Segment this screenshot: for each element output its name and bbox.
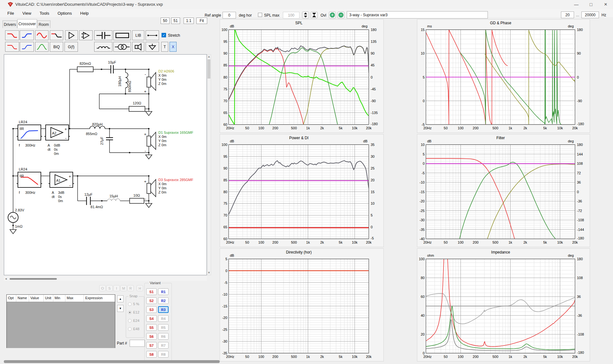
variant-r3[interactable]: R3 bbox=[158, 306, 169, 313]
freq-max-input[interactable]: 20000 bbox=[581, 11, 599, 18]
variant-s5[interactable]: S5 bbox=[146, 324, 157, 331]
spinner-button[interactable] bbox=[302, 11, 309, 19]
biquad-button[interactable]: BiQ bbox=[50, 42, 63, 52]
variant-r5[interactable]: R5 bbox=[158, 324, 169, 331]
opamp-button[interactable] bbox=[79, 30, 93, 40]
ground-button[interactable] bbox=[146, 42, 159, 52]
variant-r7[interactable]: R7 bbox=[158, 342, 169, 349]
lowpass-block-button[interactable] bbox=[5, 30, 19, 40]
capacitor-button[interactable] bbox=[94, 30, 112, 40]
library-button[interactable]: LIB bbox=[132, 30, 144, 40]
opt-button-i[interactable]: I bbox=[113, 285, 120, 291]
menu-tools[interactable]: Tools bbox=[35, 10, 53, 17]
zoom-1to1-button[interactable]: 1:1 bbox=[184, 18, 194, 24]
stretch-checkbox[interactable]: ✓ bbox=[162, 33, 166, 37]
label-l-15uh: 15µH bbox=[110, 194, 118, 198]
variant-r1[interactable]: R1 bbox=[158, 288, 169, 295]
zoom-fit-button[interactable]: Fit bbox=[196, 18, 207, 24]
snap-option-5[interactable]: 5 % bbox=[128, 302, 139, 306]
shelf-block-button[interactable] bbox=[50, 30, 63, 40]
wire-button[interactable] bbox=[146, 30, 159, 40]
bandpass-filter-button[interactable] bbox=[35, 42, 49, 52]
minimize-button[interactable]: — bbox=[569, 0, 584, 9]
text-tool-button[interactable]: T bbox=[161, 42, 168, 52]
variant-s8[interactable]: S8 bbox=[146, 351, 157, 358]
variant-r8[interactable]: R8 bbox=[158, 351, 169, 358]
vscroll-thumb[interactable] bbox=[208, 59, 210, 79]
tab-room[interactable]: Room bbox=[37, 20, 50, 28]
svg-text:-30: -30 bbox=[420, 218, 425, 222]
variant-s6[interactable]: S6 bbox=[146, 333, 157, 340]
menu-file[interactable]: File bbox=[3, 10, 18, 17]
snap-option-E12[interactable]: E12 bbox=[128, 310, 140, 314]
variant-r4[interactable]: R4 bbox=[158, 315, 169, 322]
variant-s2[interactable]: S2 bbox=[146, 297, 157, 304]
title-bar[interactable]: VituixCAD: C:\Users\rober\Documents\Vitu… bbox=[0, 0, 613, 9]
schematic-canvas[interactable]: 820mΩ 10µF 180µH 850mΩ 120Ω - + D2 H2606… bbox=[4, 54, 207, 275]
menu-options[interactable]: Options bbox=[53, 10, 76, 17]
highpass-block-button[interactable] bbox=[20, 30, 34, 40]
lowpass-filter-button[interactable] bbox=[5, 42, 19, 52]
svg-text:108: 108 bbox=[577, 162, 583, 165]
zoom-51-button[interactable]: 51 bbox=[171, 18, 180, 24]
fit-vertical-button[interactable] bbox=[311, 11, 318, 19]
hscroll-thumb[interactable] bbox=[10, 278, 57, 280]
speaker-button[interactable] bbox=[132, 42, 144, 52]
svg-text:2k: 2k bbox=[320, 240, 324, 244]
opt-button-m[interactable]: M bbox=[120, 285, 127, 291]
variant-s3[interactable]: S3 bbox=[146, 306, 157, 313]
d2-minus: - bbox=[145, 72, 146, 77]
snap-option-E24[interactable]: E24 bbox=[128, 319, 140, 322]
menu-view[interactable]: View bbox=[18, 10, 35, 17]
move-up-button[interactable]: ▲ bbox=[117, 295, 124, 302]
opt-button-h[interactable]: H bbox=[137, 285, 143, 291]
overlay-remove-button[interactable]: − bbox=[337, 11, 344, 19]
variant-name-input[interactable]: 3-way - Supravox var3 bbox=[347, 11, 488, 19]
delete-tool-button[interactable]: X bbox=[170, 42, 177, 52]
inductor-button[interactable] bbox=[94, 42, 112, 52]
svg-text:0: 0 bbox=[577, 190, 579, 194]
svg-text:500: 500 bbox=[492, 126, 498, 130]
svg-text:ms: ms bbox=[427, 24, 432, 28]
spl-max-checkbox[interactable] bbox=[258, 13, 262, 17]
highpass-filter-button[interactable] bbox=[20, 42, 34, 52]
opt-button-r[interactable]: R bbox=[127, 285, 134, 291]
svg-text:20Hz: 20Hz bbox=[423, 355, 432, 359]
svg-text:20: 20 bbox=[421, 332, 425, 336]
label-r-120: 120Ω bbox=[133, 101, 141, 105]
buffer-button[interactable] bbox=[65, 30, 78, 40]
variant-r6[interactable]: R6 bbox=[158, 333, 169, 340]
opt-button-o[interactable]: O bbox=[99, 285, 106, 291]
variant-s1[interactable]: S1 bbox=[146, 288, 157, 295]
parameter-table[interactable]: OptNameValueUnitMinMaxExpression bbox=[6, 294, 115, 348]
part-number-input[interactable] bbox=[130, 340, 145, 347]
overlay-add-button[interactable]: + bbox=[329, 11, 336, 19]
vscroll-down-icon[interactable]: ▼ bbox=[208, 271, 210, 274]
bandpass-block-button[interactable] bbox=[35, 30, 49, 40]
svg-text:20k: 20k bbox=[572, 240, 578, 244]
tab-crossover[interactable]: Crossover bbox=[17, 19, 37, 28]
spl-max-input[interactable]: 100 bbox=[283, 12, 299, 19]
inductor-icon bbox=[96, 44, 111, 49]
vscroll-up-icon[interactable]: ▲ bbox=[208, 55, 210, 58]
parameter-table-body[interactable] bbox=[7, 302, 115, 348]
variant-r2[interactable]: R2 bbox=[158, 297, 169, 304]
snap-option-E48[interactable]: E48 bbox=[128, 327, 140, 331]
opt-button-s[interactable]: S bbox=[106, 285, 113, 291]
variant-s7[interactable]: S7 bbox=[146, 342, 157, 349]
variant-s4[interactable]: S4 bbox=[146, 315, 157, 322]
maximize-button[interactable]: □ bbox=[584, 0, 598, 9]
resistor-button[interactable] bbox=[113, 30, 131, 40]
transfer-function-button[interactable]: G(f) bbox=[64, 42, 78, 52]
hscroll-left-icon[interactable]: ◄ bbox=[4, 277, 7, 280]
svg-text:10k: 10k bbox=[557, 355, 563, 359]
move-down-button[interactable]: ▼ bbox=[117, 305, 124, 312]
menu-help[interactable]: Help bbox=[76, 10, 93, 17]
transformer-button[interactable] bbox=[113, 42, 131, 52]
zoom-50-button[interactable]: 50 bbox=[161, 18, 170, 24]
ref-angle-input[interactable]: 0 bbox=[223, 12, 236, 19]
tab-drivers[interactable]: Drivers bbox=[3, 20, 17, 28]
schematic-vscrollbar[interactable] bbox=[207, 54, 211, 275]
close-button[interactable]: × bbox=[598, 0, 613, 9]
freq-min-input[interactable]: 20 bbox=[561, 11, 574, 18]
